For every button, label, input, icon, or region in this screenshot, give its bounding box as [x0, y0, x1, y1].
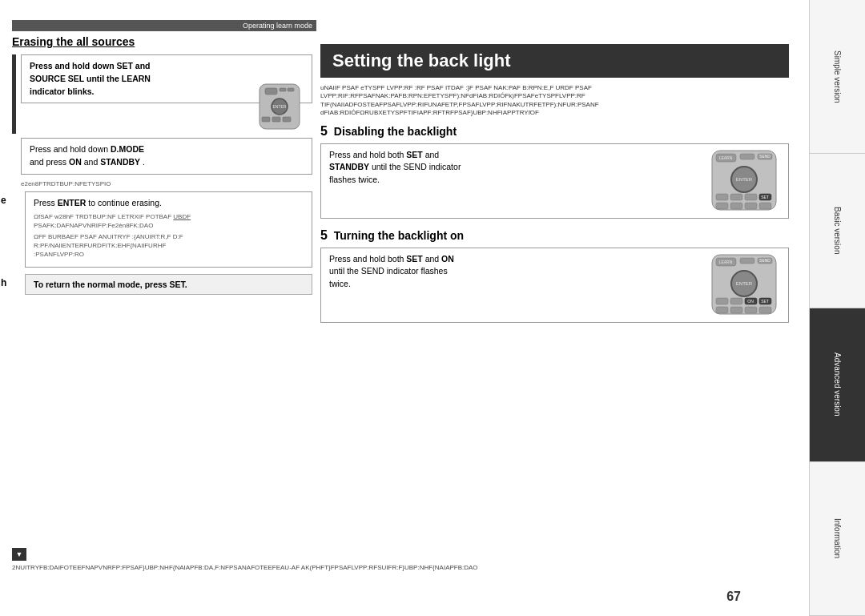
page-title: Setting the back light — [320, 44, 789, 78]
svg-rect-42 — [745, 307, 757, 313]
sidebar-item-information[interactable]: Information — [809, 462, 865, 616]
turnon-backlight-box: LEARN SEND ENTER ON SET — [320, 248, 789, 323]
left-section-heading: Erasing the all sources — [12, 35, 312, 48]
svg-rect-43 — [759, 307, 771, 313]
main-content: Operating learn mode Erasing the all sou… — [0, 0, 809, 616]
svg-rect-2 — [280, 88, 286, 91]
svg-rect-6 — [262, 117, 270, 122]
noise-text-3: ΩFF BURBAEF PSAF ANUITRYF :{ANUIRT:R,F D… — [34, 232, 304, 260]
playback-indicator: ▼ — [12, 548, 26, 561]
step-h-box: To return the normal mode, press SET. — [25, 274, 312, 295]
step-e-container: e Press ENTER to continue erasing. ΩfSAF… — [12, 191, 312, 268]
sidebar-item-simple[interactable]: Simple version — [809, 0, 865, 154]
svg-rect-29 — [740, 258, 754, 264]
svg-rect-8 — [283, 117, 291, 122]
svg-text:LEARN: LEARN — [719, 155, 733, 160]
svg-text:ENTER: ENTER — [273, 104, 287, 109]
svg-rect-41 — [730, 307, 742, 313]
svg-rect-7 — [272, 117, 280, 122]
svg-text:ENTER: ENTER — [736, 177, 753, 182]
step-h-container: h To return the normal mode, press SET. — [12, 274, 312, 295]
disable-backlight-title: 5 Disabling the backlight — [320, 124, 789, 139]
svg-rect-17 — [716, 194, 728, 200]
svg-rect-12 — [740, 154, 754, 159]
learn-mode-bar: Operating learn mode — [12, 20, 316, 31]
svg-rect-24 — [745, 203, 757, 209]
step-e-box1: Press and hold down SET and SOURCE SEL u… — [21, 54, 312, 103]
svg-rect-35 — [730, 298, 742, 304]
bottom-noise-text: ▼ 2NUITRYFB:DAIFOTEEFNAPVNRFP:FPSAF}UBP:… — [12, 548, 765, 572]
sidebar: Simple version Basic version Advanced ve… — [809, 0, 865, 616]
disable-backlight-section: 5 Disabling the backlight LEARN SEND ENT… — [320, 124, 789, 219]
svg-text:ENTER: ENTER — [736, 281, 753, 286]
noise-text-1: e2en8FTRDTBUP:NFETYSPIО — [21, 179, 312, 188]
right-column: Setting the back light uNAIIF PSAF eTYSP… — [320, 44, 797, 328]
svg-rect-25 — [759, 203, 771, 209]
svg-text:LEARN: LEARN — [719, 260, 733, 264]
step-e-enter-box: Press ENTER to continue erasing. ΩfSAF w… — [25, 191, 312, 268]
sidebar-item-advanced[interactable]: Advanced version — [809, 308, 865, 462]
svg-rect-23 — [730, 203, 742, 209]
svg-rect-18 — [730, 194, 742, 200]
svg-text:SEND: SEND — [759, 154, 770, 159]
turnon-backlight-section: 5 Turning the backlight on LEARN SEND EN… — [320, 228, 789, 323]
svg-text:SEND: SEND — [759, 258, 770, 263]
svg-rect-22 — [716, 203, 728, 209]
turnon-backlight-title: 5 Turning the backlight on — [320, 228, 789, 243]
svg-rect-1 — [265, 88, 277, 95]
svg-text:SET: SET — [761, 195, 769, 199]
svg-rect-34 — [716, 298, 728, 304]
top-right-noise: uNAIIF PSAF eTYSPF LVPP:RF :RF PSAF ITDA… — [320, 84, 789, 118]
svg-text:ON: ON — [747, 299, 754, 304]
sidebar-item-basic[interactable]: Basic version — [809, 154, 865, 308]
left-column: Operating learn mode Erasing the all sou… — [12, 20, 312, 300]
step-h-label: h — [1, 277, 6, 288]
disable-backlight-box: LEARN SEND ENTER SET — [320, 143, 789, 219]
step-e-box2: Press and hold down D.MODE and press ON … — [21, 138, 312, 175]
svg-rect-19 — [745, 194, 757, 200]
svg-text:SET: SET — [761, 299, 769, 304]
step-e-label: e — [1, 195, 6, 206]
noise-text-2: ΩfSAF w28hF TRDTBUP:NF LETRXIF POTBAF UB… — [34, 212, 304, 230]
svg-rect-3 — [288, 88, 294, 91]
svg-rect-40 — [716, 307, 728, 313]
page-number: 67 — [726, 590, 741, 604]
